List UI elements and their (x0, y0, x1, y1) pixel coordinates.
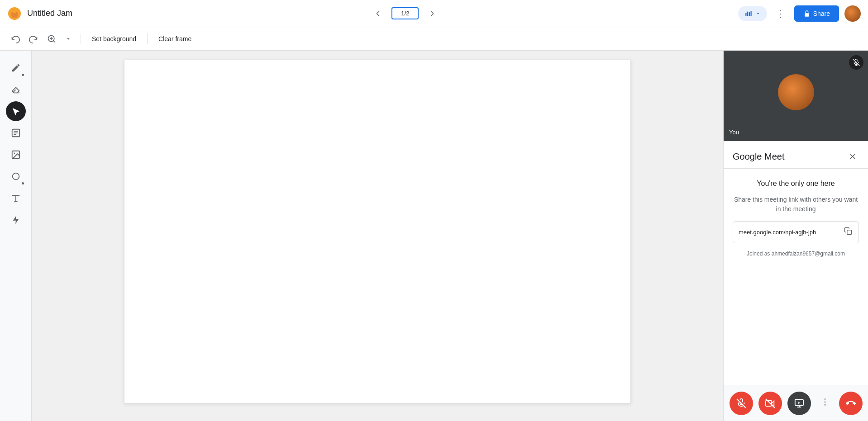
canvas-area[interactable] (32, 51, 723, 421)
page-indicator[interactable]: 1/2 (391, 7, 419, 19)
svg-rect-5 (749, 12, 749, 16)
pen-tool-button[interactable] (6, 58, 26, 78)
more-dots-icon: ⋮ (776, 8, 785, 19)
zoom-dropdown-button[interactable] (62, 32, 75, 46)
shape-icon (11, 171, 21, 181)
sticky-note-tool-button[interactable] (6, 123, 26, 143)
text-icon (11, 193, 21, 203)
toolbar-divider-2 (147, 33, 148, 44)
more-vert-icon (820, 397, 830, 407)
svg-point-14 (14, 152, 15, 154)
tool-sub-indicator-2 (22, 182, 24, 184)
svg-rect-7 (805, 13, 809, 16)
eraser-tool-button[interactable] (6, 80, 26, 99)
svg-point-2 (12, 9, 17, 13)
video-mic-mute-button[interactable] (849, 55, 863, 70)
close-icon (848, 152, 857, 161)
svg-rect-3 (745, 13, 746, 16)
present-button[interactable] (787, 392, 811, 415)
more-options-button[interactable]: ⋮ (773, 5, 789, 23)
end-call-icon (846, 398, 856, 408)
meet-header: Google Meet (724, 141, 868, 169)
copy-link-button[interactable] (843, 226, 853, 238)
text-tool-button[interactable] (6, 188, 26, 208)
set-background-button[interactable]: Set background (86, 32, 142, 46)
video-name: You (729, 129, 739, 136)
image-icon (11, 150, 21, 160)
end-call-button[interactable] (839, 392, 863, 415)
zoom-chevron-icon (65, 36, 72, 42)
laser-tool-button[interactable] (6, 210, 26, 230)
chevron-right-icon (428, 9, 437, 18)
svg-rect-4 (747, 11, 748, 16)
redo-icon (29, 34, 38, 43)
meet-link: meet.google.com/npi-agjh-jph (739, 229, 839, 236)
svg-point-26 (824, 404, 825, 406)
shape-tool-button[interactable] (6, 166, 26, 186)
redo-button[interactable] (25, 31, 42, 47)
clear-frame-button[interactable]: Clear frame (153, 32, 197, 46)
audio-level-button[interactable] (738, 6, 767, 21)
sticky-note-icon (11, 128, 21, 138)
lock-icon (803, 10, 811, 17)
nav-next-button[interactable] (424, 5, 440, 22)
laser-icon (11, 215, 21, 225)
meet-controls (724, 385, 868, 421)
meet-title: Google Meet (733, 151, 785, 162)
eraser-icon (11, 85, 21, 95)
editor-toolbar: Set background Clear frame (0, 27, 868, 51)
svg-point-24 (824, 398, 825, 400)
svg-point-15 (12, 173, 19, 180)
right-panel: You Google Meet (723, 51, 868, 421)
svg-rect-6 (750, 11, 751, 16)
undo-icon (11, 34, 20, 43)
camera-off-icon (765, 398, 775, 408)
share-button[interactable]: Share (794, 5, 839, 22)
app-logo (7, 6, 22, 21)
user-avatar[interactable] (844, 5, 861, 22)
meet-only-one-text: You're the only one here (757, 180, 835, 188)
meet-close-button[interactable] (846, 150, 859, 163)
video-tile: You (724, 51, 868, 141)
zoom-icon (47, 34, 56, 43)
svg-point-25 (824, 402, 825, 403)
app-title: Untitled Jam (27, 9, 72, 18)
mute-button[interactable] (730, 392, 753, 415)
meet-link-row: meet.google.com/npi-agjh-jph (733, 221, 859, 243)
chevron-left-icon (373, 9, 382, 18)
camera-button[interactable] (758, 392, 782, 415)
dropdown-arrow-icon (755, 11, 761, 16)
controls-more-button[interactable] (816, 393, 834, 413)
audio-bars-icon (744, 9, 753, 18)
left-toolbar (0, 51, 32, 421)
video-avatar (778, 74, 814, 110)
svg-rect-19 (847, 230, 852, 235)
tool-sub-indicator (22, 74, 24, 76)
zoom-button[interactable] (43, 31, 60, 47)
cursor-icon (11, 106, 21, 116)
select-tool-button[interactable] (6, 101, 26, 121)
present-icon (794, 398, 804, 408)
meet-panel: Google Meet You're the only one here Sha… (724, 141, 868, 421)
undo-button[interactable] (7, 31, 24, 47)
pen-icon (11, 63, 21, 73)
mic-off-icon (853, 59, 860, 66)
copy-icon (844, 227, 852, 235)
canvas-frame[interactable] (124, 60, 631, 403)
mic-muted-icon (736, 398, 746, 408)
image-tool-button[interactable] (6, 145, 26, 165)
meet-share-description: Share this meeting link with others you … (733, 195, 859, 214)
meet-joined-as: Joined as ahmedfaizan9657@gmail.com (747, 251, 845, 257)
nav-prev-button[interactable] (370, 5, 386, 22)
toolbar-divider (81, 33, 81, 44)
app-header: Untitled Jam 1/2 ⋮ (0, 0, 868, 27)
main-area: You Google Meet (0, 51, 868, 421)
meet-body: You're the only one here Share this meet… (724, 169, 868, 385)
share-label: Share (813, 10, 830, 17)
